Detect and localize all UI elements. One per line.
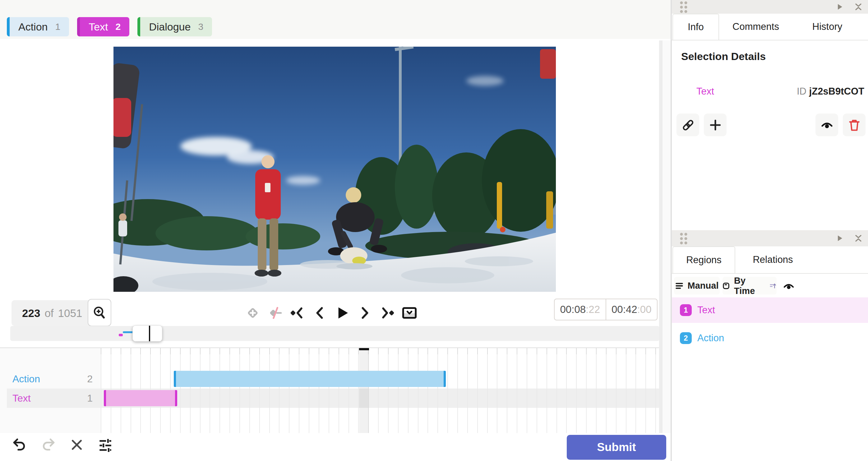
playback-controls bbox=[244, 304, 418, 322]
timeline-bar-action[interactable] bbox=[174, 371, 446, 387]
timeline-grid[interactable] bbox=[101, 348, 661, 434]
tab-relations[interactable]: Relations bbox=[737, 247, 809, 273]
tab-regions[interactable]: Regions bbox=[673, 247, 735, 273]
details-tabs: Info Comments History bbox=[672, 14, 868, 40]
timeline-bar-text[interactable] bbox=[104, 390, 177, 406]
details-panel-header bbox=[672, 0, 868, 14]
seek-viewport-window[interactable] bbox=[132, 325, 162, 342]
time-current[interactable]: 00:08:22 bbox=[555, 299, 606, 320]
redo-button[interactable] bbox=[39, 436, 57, 454]
plus-icon bbox=[709, 118, 722, 132]
sort-by-time-button[interactable]: By Time bbox=[722, 277, 777, 295]
chain-link-icon bbox=[681, 118, 695, 132]
drag-handle-icon[interactable] bbox=[679, 1, 688, 13]
prev-frame-button[interactable] bbox=[311, 304, 329, 322]
label-chip-action-hotkey: 1 bbox=[55, 22, 61, 32]
cross-icon bbox=[70, 438, 84, 452]
link-region-button[interactable] bbox=[677, 114, 699, 136]
timeline-ruler[interactable] bbox=[101, 348, 661, 354]
drag-handle-icon[interactable] bbox=[679, 232, 688, 244]
id-value: jZ2sB9tCOT bbox=[809, 86, 864, 97]
seekbar[interactable] bbox=[10, 326, 659, 341]
time-total-main: 00:42 bbox=[612, 304, 637, 315]
regions-panel-header bbox=[672, 230, 868, 247]
label-chip-dialogue[interactable]: Dialogue 3 bbox=[137, 17, 212, 36]
redo-icon bbox=[40, 437, 56, 453]
track-label-action[interactable]: Action 2 bbox=[0, 369, 101, 388]
frames-panel-toggle-button[interactable] bbox=[401, 304, 418, 322]
video-player[interactable] bbox=[114, 47, 556, 292]
selection-type-label: Text bbox=[696, 86, 714, 97]
frame-total: 1051 bbox=[58, 307, 82, 319]
settings-button[interactable] bbox=[96, 436, 115, 454]
timeline-zoom-button[interactable] bbox=[88, 299, 111, 326]
next-keypoint-button[interactable] bbox=[378, 304, 396, 322]
time-total[interactable]: 00:42:00 bbox=[606, 299, 657, 320]
time-current-main: 00:08 bbox=[560, 304, 586, 315]
label-chip-text[interactable]: Text 2 bbox=[77, 17, 129, 36]
sliders-icon bbox=[98, 437, 113, 453]
reset-annotation-button[interactable] bbox=[68, 436, 86, 454]
timeline[interactable]: Action 2 Text 1 bbox=[0, 347, 671, 433]
prev-keypoint-button[interactable] bbox=[289, 304, 306, 322]
timeline-playhead-column[interactable] bbox=[359, 348, 369, 434]
toggle-all-visibility-button[interactable] bbox=[781, 279, 796, 293]
detach-panel-button[interactable] bbox=[834, 233, 845, 243]
regions-toolbar: Manual By Time bbox=[672, 277, 868, 295]
id-label: ID bbox=[797, 86, 806, 97]
tab-info[interactable]: Info bbox=[673, 14, 719, 40]
sidebar: Info Comments History Selection Details … bbox=[672, 0, 868, 461]
tab-history[interactable]: History bbox=[796, 14, 858, 40]
diamond-slash-icon bbox=[267, 305, 283, 321]
track-count: 1 bbox=[87, 393, 93, 404]
sidebar-gutter bbox=[662, 40, 671, 433]
track-count: 2 bbox=[87, 373, 93, 385]
frame-icon bbox=[722, 282, 730, 290]
main-scrollbar[interactable] bbox=[659, 40, 662, 433]
undo-button[interactable] bbox=[10, 436, 29, 454]
frame-counter[interactable]: 223 of 1051 bbox=[11, 300, 93, 326]
time-total-frames: :00 bbox=[637, 304, 652, 315]
seek-region-mark-text bbox=[119, 334, 123, 336]
label-chip-action[interactable]: Action 1 bbox=[7, 17, 69, 36]
collapse-panel-button[interactable] bbox=[853, 2, 864, 12]
time-current-frames: :22 bbox=[586, 304, 600, 315]
sort-by-time-label: By Time bbox=[734, 276, 765, 296]
keypoint-add-button[interactable] bbox=[244, 304, 261, 322]
labels-toolbar: Action 1 Text 2 Dialogue 3 bbox=[0, 0, 671, 39]
region-list-item-action[interactable]: 2 Action bbox=[672, 325, 868, 351]
play-right-icon bbox=[836, 234, 843, 242]
collapse-panel-button[interactable] bbox=[853, 233, 864, 243]
seek-playhead-line[interactable] bbox=[149, 326, 150, 341]
play-button[interactable] bbox=[334, 304, 351, 322]
add-relation-button[interactable] bbox=[704, 114, 726, 136]
play-icon bbox=[334, 305, 351, 321]
sort-ascending-icon bbox=[770, 282, 777, 290]
label-chip-action-name: Action bbox=[18, 21, 48, 33]
tab-comments[interactable]: Comments bbox=[725, 14, 787, 40]
track-name: Action bbox=[12, 373, 40, 385]
selection-id: ID jZ2sB9tCOT bbox=[797, 86, 864, 97]
track-label-text[interactable]: Text 1 bbox=[0, 388, 101, 408]
region-index-badge: 1 bbox=[680, 304, 692, 316]
delete-region-button[interactable] bbox=[843, 114, 866, 136]
sort-manual-button[interactable]: Manual bbox=[674, 277, 720, 295]
detach-panel-button[interactable] bbox=[834, 2, 845, 12]
region-label: Text bbox=[697, 305, 715, 316]
region-index-badge: 2 bbox=[680, 332, 692, 344]
selection-details-heading: Selection Details bbox=[681, 50, 766, 62]
collapse-vertical-icon bbox=[854, 3, 862, 11]
region-list-item-text[interactable]: 1 Text bbox=[672, 297, 868, 323]
next-frame-button[interactable] bbox=[356, 304, 373, 322]
time-display: 00:08:22 00:42:00 bbox=[554, 299, 657, 320]
submit-button[interactable]: Submit bbox=[567, 435, 666, 460]
chevron-left-icon bbox=[312, 305, 328, 321]
region-label: Action bbox=[697, 333, 724, 344]
keypoint-remove-button[interactable] bbox=[267, 304, 284, 322]
timeline-playhead-handle[interactable] bbox=[359, 348, 369, 350]
toggle-visibility-button[interactable] bbox=[815, 114, 838, 136]
label-chip-dialogue-name: Dialogue bbox=[149, 21, 191, 33]
trash-icon bbox=[847, 118, 861, 132]
eye-icon bbox=[820, 118, 834, 132]
play-right-icon bbox=[836, 3, 843, 10]
